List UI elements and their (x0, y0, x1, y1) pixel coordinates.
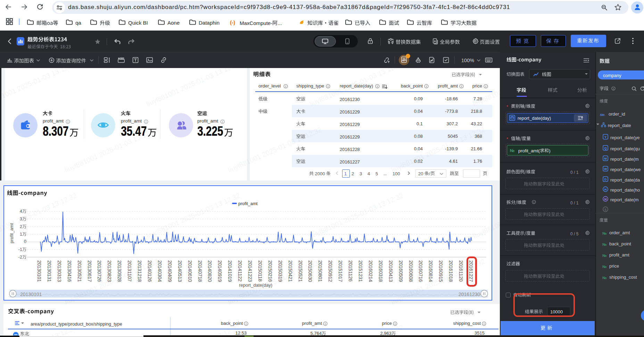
svg-text:D: D (604, 178, 607, 181)
svg-text:H: H (604, 188, 607, 191)
svg-text:Q: Q (604, 146, 606, 150)
svg-text:W: W (604, 167, 607, 171)
svg-text:M: M (604, 157, 607, 160)
svg-text:S: S (604, 208, 606, 211)
svg-text:M: M (604, 197, 607, 201)
svg-text:Y: Y (604, 135, 606, 139)
